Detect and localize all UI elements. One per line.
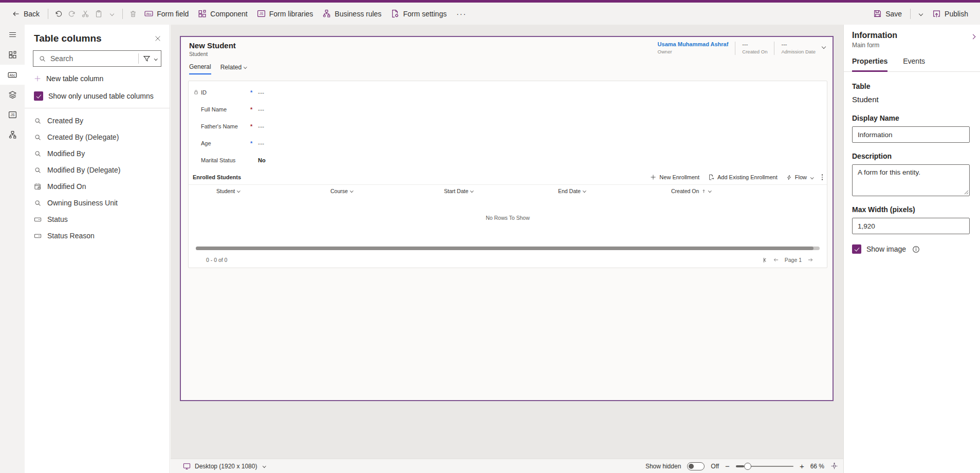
redo-icon xyxy=(68,10,76,18)
redo-button[interactable] xyxy=(65,6,79,22)
lock-icon xyxy=(193,89,199,95)
zoom-in-button[interactable]: + xyxy=(800,462,804,470)
display-name-input[interactable] xyxy=(852,126,970,143)
rail-tree-view-button[interactable] xyxy=(0,85,25,105)
js-box-icon: JS xyxy=(8,110,17,119)
list-item[interactable]: Created By xyxy=(25,112,170,129)
form-canvas[interactable]: New Student Student Usama Muhammad Ashra… xyxy=(180,36,834,401)
new-enrollment-button[interactable]: New Enrollment xyxy=(650,174,699,180)
tab-properties[interactable]: Properties xyxy=(852,57,887,72)
page-label: Page 1 xyxy=(785,257,802,263)
list-item[interactable]: Status xyxy=(25,211,170,228)
command-bar: Back Abc Form field Component JS Form li… xyxy=(0,3,980,25)
form-section-card[interactable]: ID * --- Full Name * --- Father's Name *… xyxy=(188,81,827,268)
save-button[interactable]: Save xyxy=(868,6,907,22)
list-item[interactable]: Owning Business Unit xyxy=(25,195,170,211)
resize-handle-icon[interactable] xyxy=(964,190,969,195)
menu-icon[interactable] xyxy=(0,25,25,45)
zoom-slider[interactable] xyxy=(736,463,793,470)
form-libraries-button[interactable]: JS Form libraries xyxy=(252,6,318,22)
info-icon[interactable] xyxy=(912,245,920,253)
field-row-id[interactable]: ID * --- xyxy=(189,84,827,101)
rail-components-button[interactable] xyxy=(0,45,25,65)
column-header-start-date[interactable]: Start Date xyxy=(444,188,473,194)
selected-element-type: Main form xyxy=(852,42,970,49)
search-input[interactable] xyxy=(50,54,134,63)
publish-icon xyxy=(932,9,941,18)
subgrid-horizontal-scrollbar[interactable] xyxy=(196,247,820,250)
unused-columns-checkbox[interactable]: Show only unused table columns xyxy=(34,91,161,101)
delete-button[interactable] xyxy=(126,6,140,22)
collapse-header-chevron[interactable] xyxy=(822,45,826,49)
rail-form-libraries-button[interactable]: JS xyxy=(0,105,25,125)
publish-button[interactable]: Publish xyxy=(928,6,973,22)
show-image-checkbox[interactable]: Show image xyxy=(852,244,970,254)
field-row-age[interactable]: Age * --- xyxy=(189,135,827,152)
new-table-column-button[interactable]: New table column xyxy=(34,74,161,83)
collapse-panel-button[interactable] xyxy=(971,32,975,40)
show-hidden-toggle[interactable] xyxy=(687,462,705,470)
scissors-icon xyxy=(81,10,89,18)
tab-general[interactable]: General xyxy=(189,63,211,74)
description-input[interactable]: A form for this entity. xyxy=(852,164,970,196)
back-button[interactable]: Back xyxy=(7,6,44,22)
undo-button[interactable] xyxy=(52,6,65,22)
overflow-icon[interactable]: ··· xyxy=(451,10,472,18)
save-label: Save xyxy=(885,10,902,18)
form-tabs: General Related xyxy=(181,63,833,74)
admission-date-field[interactable]: --- Admission Date xyxy=(781,41,816,54)
add-existing-icon xyxy=(708,174,714,180)
field-row-marital-status[interactable]: Marital Status No xyxy=(189,152,827,168)
plus-icon xyxy=(650,174,656,180)
show-hidden-label: Show hidden xyxy=(645,463,681,470)
column-header-created-on[interactable]: Created On xyxy=(671,188,711,194)
more-commands-chevron[interactable] xyxy=(105,6,119,22)
tab-related[interactable]: Related xyxy=(220,63,247,74)
form-field-button[interactable]: Abc Form field xyxy=(140,6,193,22)
cut-button[interactable] xyxy=(79,6,92,22)
save-split-chevron[interactable] xyxy=(914,6,928,22)
column-header-course[interactable]: Course xyxy=(330,188,353,194)
rail-table-columns-button[interactable]: Abc xyxy=(0,65,25,85)
filter-icon[interactable] xyxy=(143,55,151,63)
table-columns-list: Created By Created By (Delegate) Modifie… xyxy=(25,108,170,244)
canvas-status-bar: Desktop (1920 x 1080) Show hidden Off − … xyxy=(171,459,843,473)
list-item[interactable]: Status Reason xyxy=(25,228,170,244)
close-panel-button[interactable] xyxy=(154,35,161,42)
close-icon xyxy=(154,35,161,42)
list-item[interactable]: Modified By xyxy=(25,145,170,162)
business-rules-button[interactable]: Business rules xyxy=(318,6,386,22)
created-on-field[interactable]: --- Created On xyxy=(742,41,767,54)
column-header-student[interactable]: Student xyxy=(216,188,240,194)
column-header-end-date[interactable]: End Date xyxy=(558,188,585,194)
owner-link[interactable]: Usama Muhammad Ashraf xyxy=(658,41,729,47)
subgrid-overflow-icon[interactable] xyxy=(822,174,823,180)
flow-button[interactable]: Flow xyxy=(786,174,813,180)
subgrid-pager: Page 1 xyxy=(764,257,813,263)
choice-icon xyxy=(34,232,42,240)
zoom-out-button[interactable]: − xyxy=(725,462,730,470)
field-row-fathers-name[interactable]: Father's Name * --- xyxy=(189,118,827,135)
list-item[interactable]: Modified On xyxy=(25,178,170,195)
field-row-full-name[interactable]: Full Name * --- xyxy=(189,101,827,118)
list-item[interactable]: Created By (Delegate) xyxy=(25,129,170,145)
toolbar-divider xyxy=(122,9,123,19)
rail-business-rules-button[interactable] xyxy=(0,125,25,145)
device-selector[interactable]: Desktop (1920 x 1080) xyxy=(183,462,266,470)
fit-to-screen-icon[interactable] xyxy=(830,462,838,470)
next-page-icon[interactable] xyxy=(807,257,813,263)
previous-page-icon[interactable] xyxy=(773,257,779,263)
first-page-button[interactable] xyxy=(764,258,767,262)
list-item[interactable]: Modified By (Delegate) xyxy=(25,162,170,178)
recommended-marker: * xyxy=(250,89,258,96)
slider-knob[interactable] xyxy=(744,463,751,470)
tab-events[interactable]: Events xyxy=(903,57,925,71)
max-width-input[interactable] xyxy=(852,218,970,234)
filter-chevron-icon[interactable] xyxy=(154,57,157,60)
paste-button[interactable] xyxy=(92,6,105,22)
owner-field[interactable]: Usama Muhammad Ashraf Owner xyxy=(658,41,729,54)
required-marker: * xyxy=(250,106,258,112)
form-settings-button[interactable]: Form settings xyxy=(386,6,451,22)
add-existing-enrollment-button[interactable]: Add Existing Enrollment xyxy=(708,174,778,180)
component-button[interactable]: Component xyxy=(193,6,252,22)
